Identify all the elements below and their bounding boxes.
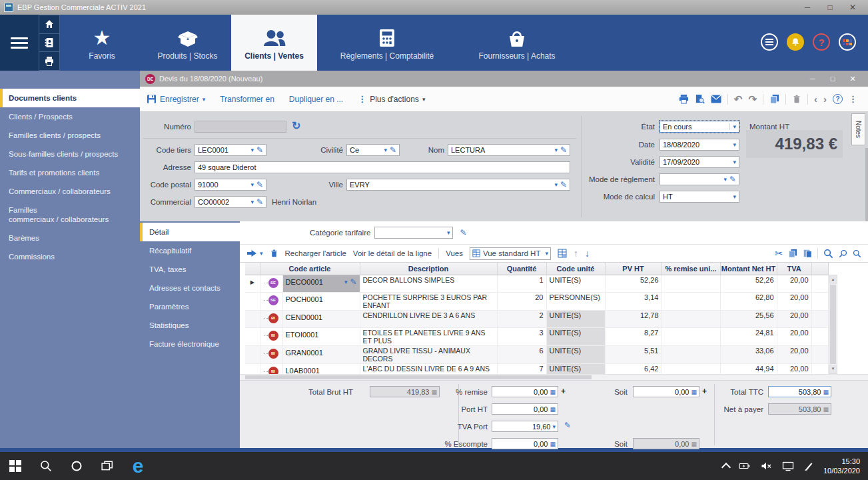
- print-preview-icon[interactable]: [695, 94, 705, 104]
- table-row[interactable]: BI ETOI0001 ETOILES ET PLANETES LIVRE 9 …: [245, 327, 829, 345]
- adresse-field[interactable]: 49 square Diderot: [195, 161, 570, 173]
- next-record-icon[interactable]: ›: [823, 93, 827, 105]
- cell-qty[interactable]: 7: [497, 363, 546, 374]
- cell-description[interactable]: ETOILES ET PLANETES LIVRE 9 ANS ET PLUS: [360, 327, 497, 345]
- scrollbar-thumb[interactable]: [830, 285, 836, 364]
- plus-stepper-icon[interactable]: +: [561, 387, 566, 396]
- sidebar-item-commissions[interactable]: Commissions: [0, 247, 140, 266]
- tab-statistiques[interactable]: Statistiques: [140, 316, 240, 335]
- minimize-icon[interactable]: ─: [796, 0, 819, 15]
- grid-vertical-scrollbar[interactable]: ▲ ▼: [829, 275, 837, 374]
- move-line-up-icon[interactable]: ↑: [574, 248, 578, 259]
- dupliquer-button[interactable]: Dupliquer en ...: [289, 95, 343, 104]
- edit-pencil-icon[interactable]: ✎: [460, 228, 466, 237]
- table-row[interactable]: ▶ SE DECO0001 ▾ ✎ DECOR BALLONS SIMPLES …: [245, 275, 829, 292]
- sidebar-item-familles-clients[interactable]: Familles clients / prospects: [0, 126, 140, 145]
- search-icon[interactable]: [823, 249, 833, 259]
- tva-port-field[interactable]: 19,60 ▾: [492, 421, 558, 432]
- cell-unit[interactable]: UNITE(S): [546, 310, 605, 327]
- chevron-down-icon[interactable]: ▾: [733, 159, 736, 165]
- tab-detail[interactable]: Détail: [140, 223, 240, 241]
- chevron-down-icon[interactable]: ▾: [733, 193, 736, 200]
- cell-montant[interactable]: 52,26: [720, 275, 777, 292]
- cell-tva[interactable]: 20,00: [777, 327, 811, 345]
- save-button[interactable]: Enregistrer ▾: [147, 94, 205, 104]
- copy-icon[interactable]: [769, 94, 779, 104]
- cell-description[interactable]: L'ABC DU DESSIN LIVRE DE 6 A 9 ANS: [360, 363, 497, 374]
- date-field[interactable]: 18/08/2020 ▾: [659, 139, 739, 151]
- news-feed-button[interactable]: [761, 33, 778, 51]
- network-icon[interactable]: [782, 461, 794, 471]
- edge-button[interactable]: e: [123, 452, 153, 480]
- cell-montant[interactable]: 25,56: [720, 310, 777, 327]
- help-button[interactable]: ?: [813, 33, 830, 51]
- col-quantite[interactable]: Quantité: [497, 263, 546, 275]
- doc-maximize-icon[interactable]: □: [823, 75, 843, 83]
- print-button[interactable]: [39, 52, 60, 71]
- cell-description[interactable]: DECOR BALLONS SIMPLES: [360, 275, 497, 292]
- civilite-field[interactable]: Ce ▾ ✎: [346, 144, 400, 156]
- table-row[interactable]: BI CEND0001 CENDRILLON LIVRE DE 3 A 6 AN…: [245, 310, 829, 327]
- insert-line-icon[interactable]: [246, 249, 257, 258]
- cell-description[interactable]: GRAND LIVRE TISSU - ANIMAUX DECORS: [360, 345, 497, 363]
- tray-expand-icon[interactable]: [721, 463, 731, 472]
- chevron-down-icon[interactable]: ▾: [733, 141, 736, 148]
- print-icon[interactable]: [679, 94, 689, 104]
- port-ht-field[interactable]: 0,00▦: [492, 403, 558, 415]
- col-tva[interactable]: TVA: [777, 263, 811, 275]
- sidebar-item-clients-prospects[interactable]: Clients / Prospects: [0, 107, 140, 126]
- mode-reglement-field[interactable]: ▾ ✎: [659, 173, 739, 185]
- cell-code[interactable]: GRAN0001: [282, 345, 360, 363]
- cell-tva[interactable]: 20,00: [777, 292, 811, 310]
- col-montant-net-ht[interactable]: Montant Net HT: [720, 263, 777, 275]
- edit-pencil-icon[interactable]: ✎: [560, 145, 567, 155]
- cell-code[interactable]: ETOI0001: [282, 327, 360, 345]
- scroll-down-icon[interactable]: ▼: [829, 365, 837, 373]
- cell-pv-ht[interactable]: 8,27: [605, 327, 661, 345]
- battery-icon[interactable]: [739, 461, 751, 471]
- cell-unit[interactable]: UNITE(S): [546, 275, 605, 292]
- start-button[interactable]: [0, 452, 31, 480]
- cell-code[interactable]: L0AB0001: [282, 363, 360, 374]
- col-pv-ht[interactable]: PV HT: [605, 263, 661, 275]
- table-row[interactable]: BI L0AB0001 L'ABC DU DESSIN LIVRE DE 6 A…: [245, 363, 829, 374]
- sidebar-item-commerciaux[interactable]: Commerciaux / collaborateurs: [0, 182, 140, 201]
- cell-code[interactable]: POCH0001: [282, 292, 360, 310]
- cell-qty[interactable]: 20: [497, 292, 546, 310]
- col-description[interactable]: Description: [360, 263, 497, 275]
- scroll-up-icon[interactable]: ▲: [829, 275, 837, 284]
- edit-pencil-icon[interactable]: ✎: [256, 180, 263, 189]
- doc-close-icon[interactable]: ✕: [843, 75, 863, 83]
- cell-qty[interactable]: 6: [497, 345, 546, 363]
- sidebar-item-documents-clients[interactable]: Documents clients: [0, 89, 140, 107]
- chevron-down-icon[interactable]: ▾: [250, 147, 254, 153]
- home-button[interactable]: [39, 15, 60, 34]
- cell-description[interactable]: POCHETTE SURPRISE 3 EUROS PAR ENFANT: [360, 292, 497, 310]
- chevron-down-icon[interactable]: ▾: [250, 199, 254, 205]
- cell-remise[interactable]: [661, 363, 720, 374]
- refresh-icon[interactable]: ↻: [292, 119, 300, 132]
- edit-pencil-icon[interactable]: ✎: [256, 197, 263, 207]
- copy-lines-icon[interactable]: [788, 249, 797, 258]
- sidebar-item-sous-familles[interactable]: Sous-familles clients / prospects: [0, 145, 140, 163]
- cell-unit[interactable]: UNITE(S): [546, 327, 605, 345]
- tab-clients-ventes[interactable]: Clients | Ventes: [231, 15, 317, 71]
- cut-icon[interactable]: ✂: [775, 248, 783, 259]
- notifications-button[interactable]: [787, 33, 804, 51]
- voir-detail-ligne-button[interactable]: Voir le détail de la ligne: [353, 249, 432, 257]
- cell-unit[interactable]: UNITE(S): [546, 363, 605, 374]
- grid-horizontal-scrollbar[interactable]: [240, 374, 868, 380]
- cell-qty[interactable]: 3: [497, 327, 546, 345]
- calculator-icon[interactable]: ▦: [823, 389, 829, 395]
- cell-tva[interactable]: 20,00: [777, 345, 811, 363]
- close-icon[interactable]: ✕: [841, 0, 864, 15]
- cell-remise[interactable]: [661, 292, 720, 310]
- cell-tva[interactable]: 20,00: [777, 310, 811, 327]
- mode-calcul-field[interactable]: HT ▾: [659, 191, 739, 203]
- cell-pv-ht[interactable]: 3,14: [605, 292, 661, 310]
- doc-minimize-icon[interactable]: ─: [803, 75, 823, 83]
- paste-lines-icon[interactable]: [803, 249, 812, 258]
- chevron-down-icon[interactable]: ▾: [344, 278, 348, 286]
- code-postal-field[interactable]: 91000 ▾ ✎: [195, 179, 266, 191]
- cell-unit[interactable]: PERSONNE(S): [546, 292, 605, 310]
